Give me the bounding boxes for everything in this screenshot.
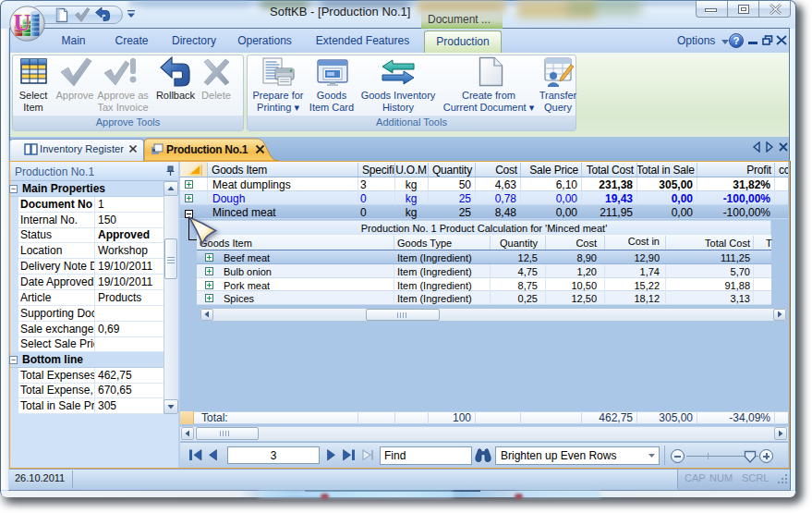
svg-text:U: U [14, 9, 31, 36]
